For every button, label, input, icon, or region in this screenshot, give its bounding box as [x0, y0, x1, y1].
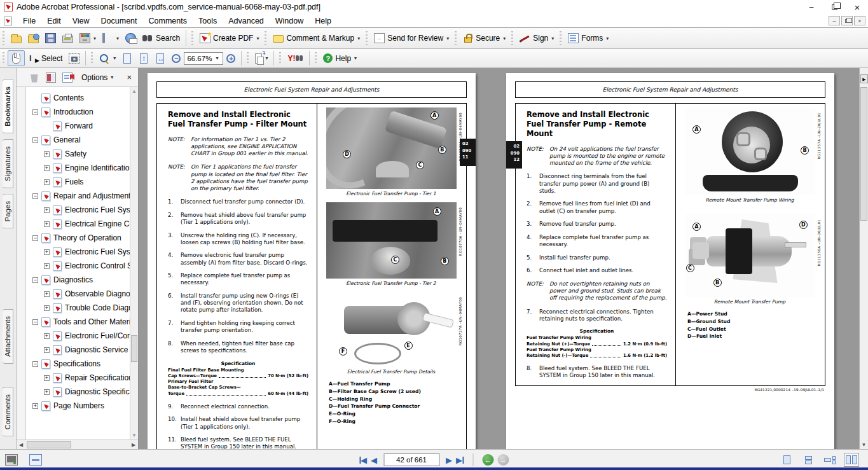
search-button[interactable]: Search	[139, 31, 183, 46]
bookmark-item[interactable]: +Engine Identification	[26, 161, 138, 175]
last-page-button[interactable]: ▶	[456, 455, 464, 465]
tab-pages[interactable]: Pages	[3, 194, 13, 229]
sign-button[interactable]: Sign▾	[516, 31, 557, 46]
zoom-out-button[interactable]: −	[169, 52, 184, 66]
forms-button[interactable]: Forms▾	[565, 31, 612, 46]
organizer-button[interactable]: ▾	[76, 31, 99, 46]
bookmark-item[interactable]: +Diagnostic Service T	[26, 343, 138, 357]
bookmark-item[interactable]: −Diagnostics	[26, 273, 138, 287]
previous-page-button[interactable]: ◀	[371, 455, 377, 465]
bookmark-item[interactable]: +Safety	[26, 147, 138, 161]
mdi-minimize-button[interactable]: –	[829, 16, 840, 25]
scroll-up-icon[interactable]: ▲	[130, 87, 138, 95]
create-pdf-button[interactable]: Create PDF▾	[196, 31, 262, 46]
bookmark-item[interactable]: +Electronic Fuel Syst	[26, 203, 138, 217]
help-button[interactable]: ?Help▾	[320, 51, 360, 66]
facing-button[interactable]	[844, 453, 859, 467]
toolbar-grip[interactable]	[511, 31, 513, 45]
menu-advanced[interactable]: Advanced	[223, 15, 270, 27]
expand-box[interactable]: +	[44, 375, 50, 381]
collapse-box[interactable]: −	[32, 235, 38, 241]
previous-view-button[interactable]: ←	[482, 454, 493, 466]
expand-box[interactable]: +	[44, 165, 50, 171]
toolbar-grip[interactable]	[3, 31, 4, 45]
send-for-review-button[interactable]: Send for Review▾	[371, 31, 452, 46]
expand-box[interactable]: +	[32, 403, 38, 409]
email-button[interactable]	[122, 31, 139, 46]
expand-box[interactable]: +	[44, 249, 50, 255]
collapse-box[interactable]: −	[32, 109, 38, 115]
collapse-box[interactable]: −	[32, 361, 38, 367]
toolbar-grip[interactable]	[279, 52, 281, 64]
document-canvas[interactable]: Electronic Fuel System Repair and Adjust…	[139, 68, 859, 449]
bookmark-item[interactable]: +Page Numbers	[26, 399, 138, 413]
hand-tool-button[interactable]	[8, 50, 25, 66]
toolbar-grip[interactable]	[366, 31, 368, 45]
toolbar-grip[interactable]	[315, 52, 317, 64]
toolbar-grip[interactable]	[560, 31, 561, 45]
expand-box[interactable]: +	[44, 305, 50, 311]
bookmark-item[interactable]: +Repair Specifications	[26, 371, 138, 385]
mdi-restore-button[interactable]	[841, 16, 853, 25]
bookmark-item[interactable]: +Trouble Code Diagno	[26, 301, 138, 315]
comment-markup-button[interactable]: Comment & Markup▾	[270, 31, 363, 45]
menu-help[interactable]: Help	[309, 15, 337, 27]
collapse-box[interactable]: −	[32, 137, 38, 143]
expand-box[interactable]: +	[44, 221, 50, 227]
save-button[interactable]	[42, 31, 59, 46]
tab-signatures[interactable]: Signatures	[3, 139, 13, 188]
zoom-level-combobox[interactable]: 66.67%▾	[184, 52, 223, 65]
next-page-button[interactable]: ▶	[446, 455, 452, 465]
collapse-box[interactable]: −	[32, 277, 38, 283]
bookmark-item[interactable]: +Observable Diagnost	[26, 287, 138, 301]
pdf-page-right[interactable]: Electronic Fuel System Repair and Adjust…	[506, 73, 834, 449]
expand-box[interactable]: +	[44, 263, 50, 269]
scrollbar-thumb[interactable]	[27, 441, 71, 448]
scroll-left-icon[interactable]: ◀	[17, 442, 25, 448]
bookmark-item[interactable]: Contents	[26, 91, 138, 105]
menu-file[interactable]: File	[17, 15, 41, 27]
screen-mode-icon[interactable]	[5, 454, 18, 466]
expand-box[interactable]: +	[44, 151, 50, 157]
toolbar-grip[interactable]	[265, 31, 266, 45]
bookmark-item[interactable]: −Introduction	[26, 105, 138, 119]
tab-bookmarks[interactable]: Bookmarks	[3, 79, 13, 134]
page-display-button[interactable]: ▾	[252, 51, 271, 66]
scrollbar-thumb[interactable]	[860, 87, 867, 221]
menu-tools[interactable]: Tools	[193, 15, 223, 27]
attach-button[interactable]: ▾	[99, 31, 122, 46]
menu-view[interactable]: View	[67, 15, 95, 27]
expand-box[interactable]: +	[44, 333, 50, 339]
yahoo-search-button[interactable]: Y!	[284, 51, 307, 66]
expand-box[interactable]: +	[44, 207, 50, 213]
bookmark-item[interactable]: +Electronic Control S	[26, 259, 138, 273]
page-number-input[interactable]: 42 of 661	[383, 453, 439, 466]
toolbar-grip[interactable]	[191, 31, 193, 45]
continuous-facing-button[interactable]	[822, 453, 837, 467]
bookmark-item[interactable]: −General	[26, 133, 138, 147]
delete-bookmark-icon[interactable]	[29, 73, 39, 83]
expand-box[interactable]: +	[44, 389, 50, 395]
scroll-down-icon[interactable]: ▼	[860, 442, 868, 448]
tab-attachments[interactable]: Attachments	[3, 309, 13, 364]
bookmark-item[interactable]: Forward	[26, 119, 138, 133]
zoom-in-button[interactable]: +	[223, 52, 238, 66]
expand-current-bookmark-icon[interactable]	[46, 73, 56, 83]
toolbar-grip[interactable]	[91, 52, 93, 64]
toolbar-grip[interactable]	[247, 52, 249, 64]
document-vertical-scrollbar[interactable]: ▶ ▼	[859, 68, 868, 449]
bookmarks-horizontal-scrollbar[interactable]: ◀ ▶	[17, 439, 138, 449]
bookmark-item[interactable]: −Tools and Other Materia	[26, 315, 138, 329]
collapse-box[interactable]: −	[32, 193, 38, 199]
collapse-box[interactable]: −	[32, 319, 38, 325]
restore-button[interactable]	[827, 2, 841, 12]
toolbar-grip[interactable]	[3, 52, 4, 64]
actual-size-button[interactable]	[119, 51, 135, 66]
bookmark-item[interactable]: −Repair and Adjustments	[26, 189, 138, 203]
bookmark-item[interactable]: +Fuels	[26, 175, 138, 189]
pdf-page-left[interactable]: Electronic Fuel System Repair and Adjust…	[148, 73, 476, 449]
expand-box[interactable]: +	[44, 347, 50, 353]
select-tool-button[interactable]: Select	[25, 51, 65, 66]
panel-toggle-arrow-icon[interactable]: ▶	[860, 74, 868, 83]
bookmark-item[interactable]: +Electronic Fuel/Cont	[26, 329, 138, 343]
